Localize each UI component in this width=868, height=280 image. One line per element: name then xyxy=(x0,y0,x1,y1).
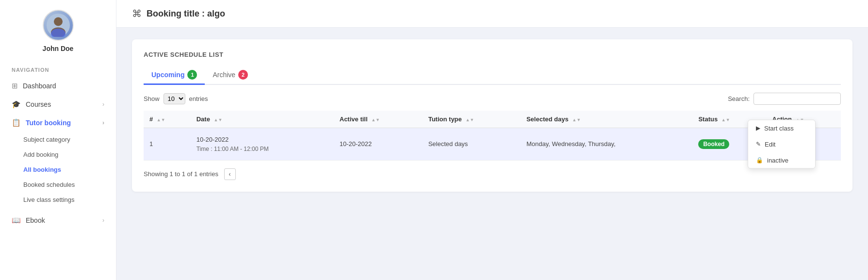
add-booking-label: Add booking xyxy=(23,151,58,158)
chevron-right-active-icon: › xyxy=(102,119,104,126)
show-label: Show xyxy=(144,95,160,102)
cell-action: ⋮ → ▶ Start class xyxy=(767,128,841,161)
schedule-table: # ▲▼ Date ▲▼ Active till ▲▼ Tution typ xyxy=(144,111,841,161)
table-controls: Show 10 25 50 entries Search: xyxy=(144,93,841,105)
entries-label: entries xyxy=(189,95,208,102)
dashboard-icon: ⊞ xyxy=(12,82,18,90)
sidebar-item-tutor-booking-label: Tutor booking xyxy=(26,119,71,127)
cell-active-till: 10-20-2022 xyxy=(334,128,423,161)
sort-status-icon: ▲▼ xyxy=(721,117,730,122)
sidebar-subitem-all-bookings[interactable]: All bookings xyxy=(0,162,116,177)
page-header: ⌘ Booking title : algo xyxy=(116,0,868,28)
all-bookings-label: All bookings xyxy=(23,166,61,173)
sidebar-item-tutor-booking[interactable]: 📋 Tutor booking › xyxy=(0,114,116,132)
sidebar-item-courses[interactable]: 🎓 Courses › xyxy=(0,95,116,114)
table-header-row: # ▲▼ Date ▲▼ Active till ▲▼ Tution typ xyxy=(144,111,841,128)
tab-archive-label: Archive xyxy=(213,71,235,79)
tab-upcoming-label: Upcoming xyxy=(151,71,184,79)
sort-num-icon: ▲▼ xyxy=(157,117,165,122)
subject-category-label: Subject category xyxy=(23,136,70,143)
booked-schedules-label: Booked schedules xyxy=(23,181,75,188)
nav-label: NAVIGATION xyxy=(0,67,49,73)
schedule-card: ACTIVE SCHEDULE LIST Upcoming 1 Archive … xyxy=(132,39,852,192)
content-area: ACTIVE SCHEDULE LIST Upcoming 1 Archive … xyxy=(116,28,868,280)
tab-archive[interactable]: Archive 2 xyxy=(205,66,256,85)
sort-active-till-icon: ▲▼ xyxy=(371,117,380,122)
search-area: Search: xyxy=(728,93,841,105)
sidebar-item-dashboard[interactable]: ⊞ Dashboard xyxy=(0,77,116,95)
date-main: 10-20-2022 xyxy=(197,135,328,145)
col-tution-type: Tution type ▲▼ xyxy=(423,111,521,128)
lock-icon: 🔒 xyxy=(756,157,763,164)
tabs: Upcoming 1 Archive 2 xyxy=(144,66,841,85)
tutor-booking-icon: 📋 xyxy=(12,118,21,127)
sidebar-item-dashboard-label: Dashboard xyxy=(23,82,56,90)
sidebar-subitem-add-booking[interactable]: Add booking xyxy=(0,147,116,162)
sidebar-item-ebook-label: Ebook xyxy=(26,216,45,224)
col-selected-days: Selected days ▲▼ xyxy=(521,111,692,128)
col-num: # ▲▼ xyxy=(144,111,191,128)
dropdown-edit[interactable]: ✎ Edit xyxy=(748,136,815,152)
upcoming-badge: 1 xyxy=(187,70,197,80)
sidebar-subitem-live-class-settings[interactable]: Live class settings xyxy=(0,192,116,207)
live-class-settings-label: Live class settings xyxy=(23,196,75,203)
user-profile-area: John Doe xyxy=(43,10,74,52)
chevron-ebook-icon: › xyxy=(102,217,104,224)
sort-selected-days-icon: ▲▼ xyxy=(572,117,581,122)
dropdown-start-class[interactable]: ▶ Start class xyxy=(748,120,815,136)
header-icon: ⌘ xyxy=(132,8,142,19)
search-input[interactable] xyxy=(753,93,841,105)
cell-tution-type: Selected days xyxy=(423,128,521,161)
sidebar-item-courses-label: Courses xyxy=(26,100,51,108)
cell-selected-days: Monday, Wednesday, Thursday, xyxy=(521,128,692,161)
col-active-till: Active till ▲▼ xyxy=(334,111,423,128)
cell-date: 10-20-2022 Time : 11:00 AM - 12:00 PM xyxy=(191,128,334,161)
showing-entries: Showing 1 to 1 of 1 entries xyxy=(144,170,218,178)
bottom-nav-items: 📖 Ebook › xyxy=(0,211,116,230)
entries-select[interactable]: 10 25 50 xyxy=(164,93,185,104)
tab-upcoming[interactable]: Upcoming 1 xyxy=(144,66,205,85)
dropdown-inactive[interactable]: 🔒 inactive xyxy=(748,152,815,168)
section-title: ACTIVE SCHEDULE LIST xyxy=(144,51,841,58)
svg-point-1 xyxy=(54,17,63,26)
table-footer: Showing 1 to 1 of 1 entries ‹ xyxy=(144,168,841,180)
show-entries: Show 10 25 50 entries xyxy=(144,93,208,104)
start-class-label: Start class xyxy=(764,124,794,132)
search-label: Search: xyxy=(728,95,750,102)
cell-num: 1 xyxy=(144,128,191,161)
nav-items: ⊞ Dashboard 🎓 Courses › 📋 Tutor booking … xyxy=(0,77,116,132)
avatar xyxy=(43,10,74,41)
sort-tution-type-icon: ▲▼ xyxy=(465,117,474,122)
sidebar: John Doe NAVIGATION ⊞ Dashboard 🎓 Course… xyxy=(0,0,116,280)
status-badge: Booked xyxy=(698,139,729,149)
archive-badge: 2 xyxy=(238,70,248,80)
sort-date-icon: ▲▼ xyxy=(214,117,223,122)
main-content: ⌘ Booking title : algo ACTIVE SCHEDULE L… xyxy=(116,0,868,280)
pagination-prev[interactable]: ‹ xyxy=(224,168,236,180)
inactive-label: inactive xyxy=(767,156,788,164)
ebook-icon: 📖 xyxy=(12,216,21,225)
action-dropdown: ▶ Start class ✎ Edit 🔒 xyxy=(748,119,816,168)
action-cell: ⋮ → ▶ Start class xyxy=(772,136,835,152)
sidebar-subitem-subject-category[interactable]: Subject category xyxy=(0,132,116,147)
page-title: Booking title : algo xyxy=(147,9,225,19)
edit-label: Edit xyxy=(765,140,775,148)
user-name: John Doe xyxy=(43,45,74,52)
table-row: 1 10-20-2022 Time : 11:00 AM - 12:00 PM … xyxy=(144,128,841,161)
sub-nav-items: Subject category Add booking All booking… xyxy=(0,132,116,207)
chevron-right-icon: › xyxy=(102,101,104,108)
edit-icon: ✎ xyxy=(756,141,761,148)
sidebar-subitem-booked-schedules[interactable]: Booked schedules xyxy=(0,177,116,192)
date-time: Time : 11:00 AM - 12:00 PM xyxy=(197,145,328,153)
courses-icon: 🎓 xyxy=(12,100,21,109)
play-icon: ▶ xyxy=(756,125,760,132)
col-date: Date ▲▼ xyxy=(191,111,334,128)
sidebar-item-ebook[interactable]: 📖 Ebook › xyxy=(0,211,116,230)
